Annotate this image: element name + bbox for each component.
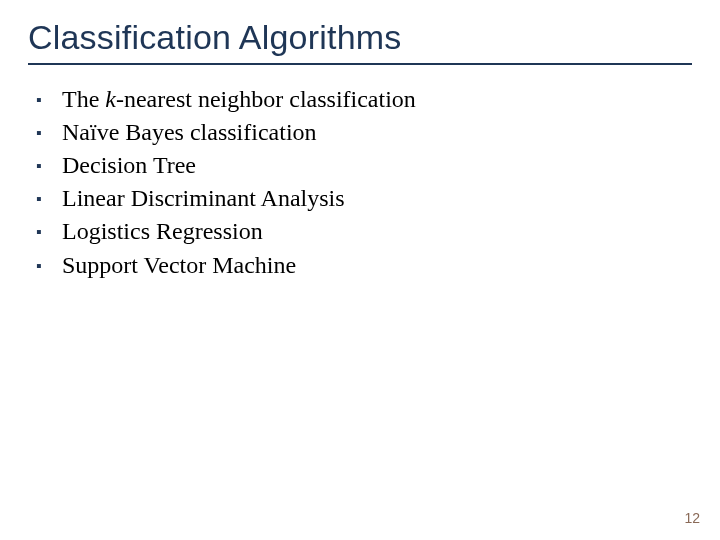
bullet-prefix: Decision Tree xyxy=(62,152,196,178)
bullet-text: Naïve Bayes classification xyxy=(62,116,317,149)
bullet-prefix: The xyxy=(62,86,105,112)
square-bullet-icon: ▪ xyxy=(36,182,62,210)
bullet-emph: k xyxy=(105,86,116,112)
list-item: ▪ Linear Discriminant Analysis xyxy=(36,182,692,215)
page-number: 12 xyxy=(684,510,700,526)
list-item: ▪ Naïve Bayes classification xyxy=(36,116,692,149)
list-item: ▪ Logistics Regression xyxy=(36,215,692,248)
slide: Classification Algorithms ▪ The k-neares… xyxy=(0,0,720,540)
list-item: ▪ The k-nearest neighbor classification xyxy=(36,83,692,116)
bullet-prefix: Linear Discriminant Analysis xyxy=(62,185,345,211)
bullet-prefix: Logistics Regression xyxy=(62,218,263,244)
square-bullet-icon: ▪ xyxy=(36,149,62,177)
bullet-text: The k-nearest neighbor classification xyxy=(62,83,416,116)
title-underline xyxy=(28,63,692,65)
bullet-text: Decision Tree xyxy=(62,149,196,182)
bullet-suffix: -nearest neighbor classification xyxy=(116,86,416,112)
bullet-text: Logistics Regression xyxy=(62,215,263,248)
bullet-text: Linear Discriminant Analysis xyxy=(62,182,345,215)
square-bullet-icon: ▪ xyxy=(36,83,62,111)
bullet-prefix: Support Vector Machine xyxy=(62,252,296,278)
square-bullet-icon: ▪ xyxy=(36,249,62,277)
slide-title: Classification Algorithms xyxy=(28,18,692,57)
square-bullet-icon: ▪ xyxy=(36,215,62,243)
square-bullet-icon: ▪ xyxy=(36,116,62,144)
bullet-text: Support Vector Machine xyxy=(62,249,296,282)
bullet-prefix: Naïve Bayes classification xyxy=(62,119,317,145)
list-item: ▪ Support Vector Machine xyxy=(36,249,692,282)
list-item: ▪ Decision Tree xyxy=(36,149,692,182)
bullet-list: ▪ The k-nearest neighbor classification … xyxy=(28,83,692,282)
